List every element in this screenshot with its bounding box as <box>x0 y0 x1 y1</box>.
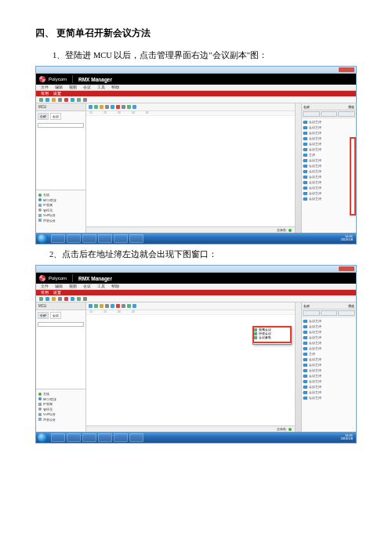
taskbar-app[interactable] <box>67 234 81 243</box>
system-clock[interactable]: 14:41 2013/1/8 <box>340 235 353 242</box>
ribbon-tab[interactable]: 设置 <box>53 291 61 295</box>
menu-item[interactable]: 会议 <box>83 284 91 288</box>
tool-icon[interactable] <box>116 304 120 308</box>
list-item[interactable]: 会议主持 <box>303 368 354 373</box>
list-item[interactable]: 会议主持 <box>303 384 354 389</box>
tool-icon[interactable] <box>105 304 109 308</box>
tool-icon[interactable] <box>45 98 49 102</box>
ribbon-tab[interactable]: 常用 <box>41 92 49 96</box>
list-item[interactable]: 会议主持 <box>303 168 354 174</box>
taskbar-app[interactable] <box>98 433 112 442</box>
tool-icon[interactable] <box>64 297 68 301</box>
tool-icon[interactable] <box>127 105 131 109</box>
list-item[interactable]: 会议主持 <box>303 329 354 335</box>
tool-icon[interactable] <box>105 105 109 109</box>
list-item[interactable]: 会议主持 <box>303 179 354 185</box>
tool-icon[interactable] <box>116 105 120 109</box>
left-tab[interactable]: 会议 <box>50 312 61 319</box>
tool-icon[interactable] <box>127 304 131 308</box>
tool-icon[interactable] <box>58 98 62 102</box>
taskbar-app[interactable] <box>51 433 65 442</box>
tool-icon[interactable] <box>89 105 93 109</box>
list-item[interactable]: 会议主持 <box>303 389 354 395</box>
panel-button[interactable] <box>303 310 320 316</box>
list-item[interactable]: 主持 <box>303 152 354 158</box>
search-input[interactable] <box>38 322 84 327</box>
tool-icon[interactable] <box>83 98 87 102</box>
tool-icon[interactable] <box>111 105 114 109</box>
list-item[interactable]: 会议主持 <box>303 373 354 378</box>
panel-button[interactable] <box>338 310 355 316</box>
menu-item[interactable]: 文件 <box>41 284 49 288</box>
tool-icon[interactable] <box>122 105 125 109</box>
list-item[interactable]: 会议主持 <box>303 357 354 362</box>
list-item[interactable]: 会议主持 <box>303 318 354 324</box>
tool-icon[interactable] <box>94 304 98 308</box>
list-item[interactable]: 主持 <box>303 351 354 357</box>
windows-taskbar[interactable]: 14:41 2013/1/8 <box>36 432 356 443</box>
tool-icon[interactable] <box>132 304 136 308</box>
start-button-icon[interactable] <box>38 234 48 244</box>
taskbar-app[interactable] <box>129 234 143 243</box>
tool-icon[interactable] <box>39 98 43 102</box>
list-item[interactable]: 会议主持 <box>303 119 354 125</box>
tool-icon[interactable] <box>111 304 114 308</box>
menu-item[interactable]: 文件 <box>41 85 49 89</box>
menu-bar[interactable]: 文件 编辑 视图 会议 工具 帮助 <box>36 85 356 91</box>
taskbar-app[interactable] <box>114 234 128 243</box>
taskbar-app[interactable] <box>51 234 65 243</box>
menu-item[interactable]: 工具 <box>97 85 105 89</box>
left-tab[interactable]: 全部 <box>38 113 49 120</box>
panel-button[interactable] <box>321 111 338 117</box>
menu-item[interactable]: 编辑 <box>55 284 63 288</box>
panel-button[interactable] <box>338 111 355 117</box>
menu-item[interactable]: 帮助 <box>111 85 119 89</box>
menu-item[interactable]: 视图 <box>69 85 77 89</box>
tool-icon[interactable] <box>100 304 103 308</box>
list-item[interactable]: 会议主持 <box>303 158 354 163</box>
menu-item[interactable]: 会议 <box>83 85 91 89</box>
taskbar-app[interactable] <box>129 433 143 442</box>
list-item[interactable]: 会议主持 <box>303 335 354 340</box>
taskbar-app[interactable] <box>67 433 81 442</box>
list-item[interactable]: 会议主持 <box>303 163 354 168</box>
tool-icon[interactable] <box>71 98 74 102</box>
tool-icon[interactable] <box>100 105 103 109</box>
list-item[interactable]: 会议主持 <box>303 125 354 130</box>
windows-taskbar[interactable]: 14:41 2013/1/8 <box>36 233 356 244</box>
list-item[interactable]: 会议主持 <box>303 136 354 141</box>
tool-icon[interactable] <box>132 105 136 109</box>
ribbon-tab[interactable]: 设置 <box>53 92 61 96</box>
list-item[interactable]: 会议主持 <box>303 141 354 147</box>
right-scroll-strip[interactable] <box>296 302 302 432</box>
list-item[interactable]: 会议主持 <box>303 190 354 196</box>
system-clock[interactable]: 14:41 2013/1/8 <box>340 434 353 441</box>
panel-button[interactable] <box>303 111 320 117</box>
search-input[interactable] <box>38 123 84 128</box>
taskbar-app[interactable] <box>98 234 112 243</box>
start-button-icon[interactable] <box>38 433 48 443</box>
right-scroll-strip[interactable] <box>296 103 302 233</box>
menu-item[interactable]: 编辑 <box>55 85 63 89</box>
list-item[interactable]: 会议主持 <box>303 340 354 346</box>
window-close-button[interactable] <box>339 266 354 271</box>
tool-icon[interactable] <box>39 297 43 301</box>
tool-icon[interactable] <box>83 297 87 301</box>
menu-item[interactable]: 视图 <box>69 284 77 288</box>
left-tab[interactable]: 全部 <box>38 312 49 319</box>
list-item[interactable]: 会议主持 <box>303 147 354 152</box>
list-item[interactable]: 会议主持 <box>303 362 354 368</box>
list-item[interactable]: 会议主持 <box>303 130 354 136</box>
list-item[interactable]: 会议主持 <box>303 324 354 329</box>
ribbon-tab[interactable]: 常用 <box>41 291 49 295</box>
list-item[interactable]: 会议主持 <box>303 196 354 201</box>
taskbar-app[interactable] <box>82 433 96 442</box>
menu-item[interactable]: 工具 <box>97 284 105 288</box>
tool-icon[interactable] <box>89 304 93 308</box>
tool-icon[interactable] <box>122 304 125 308</box>
list-item[interactable]: 会议主持 <box>303 174 354 179</box>
tool-icon[interactable] <box>52 297 56 301</box>
list-item[interactable]: 会议主持 <box>303 395 354 400</box>
menu-item[interactable]: 帮助 <box>111 284 119 288</box>
tool-icon[interactable] <box>71 297 74 301</box>
